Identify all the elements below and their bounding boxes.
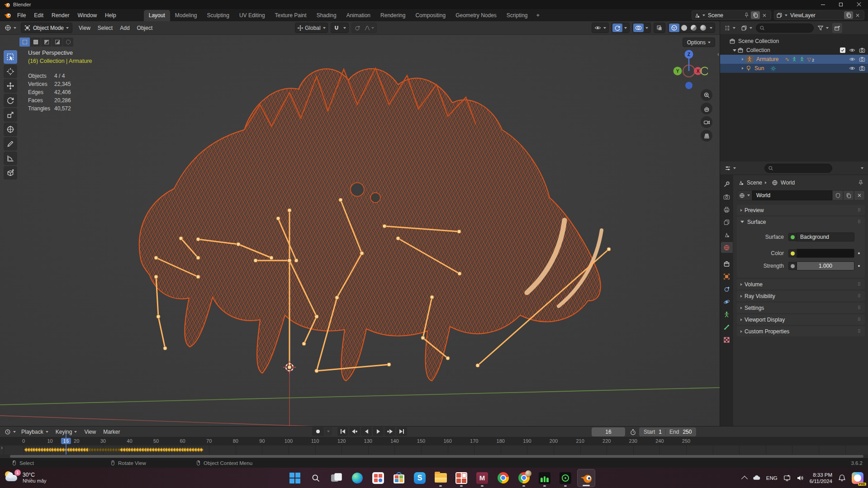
section-header-viewport-display[interactable]: Viewport Display⠿ [737, 314, 865, 325]
next-key-button[interactable] [384, 427, 395, 436]
language-indicator[interactable]: ENG [766, 475, 778, 481]
auto-keying-toggle[interactable] [312, 427, 324, 436]
breadcrumb-scene[interactable]: Scene [747, 180, 762, 186]
tab-modeling[interactable]: Modeling [170, 10, 202, 21]
search-taskbar-icon[interactable] [307, 469, 325, 487]
prev-key-button[interactable] [349, 427, 360, 436]
properties-tab-render[interactable] [721, 191, 733, 202]
strength-slider[interactable]: 1.000 [797, 261, 854, 270]
menu-window[interactable]: Window [73, 10, 101, 20]
orientation-dropdown[interactable]: Global [295, 23, 328, 33]
section-header-settings[interactable]: Settings⠿ [737, 303, 865, 313]
surface-value-button[interactable]: Background [797, 232, 854, 242]
sidebar-collapse-arrow[interactable]: ‹ [717, 51, 719, 57]
cursor-tool[interactable] [4, 65, 17, 78]
properties-editor-type-button[interactable] [723, 163, 738, 173]
snap-dropdown[interactable] [342, 24, 348, 32]
select-mode-extend[interactable] [30, 38, 41, 47]
hidden-icons-chevron[interactable] [741, 475, 748, 482]
green-people-app-taskbar-icon[interactable] [536, 469, 554, 487]
disclosure-triangle[interactable] [732, 49, 737, 52]
section-grip[interactable]: ⠿ [858, 282, 861, 287]
navigation-gizmo[interactable]: Z Y X [672, 45, 708, 96]
properties-tab-scene[interactable] [721, 229, 733, 240]
transform-tool[interactable] [4, 123, 17, 136]
properties-tab-object[interactable] [721, 271, 733, 282]
timeline-menu-view[interactable]: View [81, 427, 100, 436]
tab-compositing[interactable]: Compositing [410, 10, 451, 21]
select-box-tool[interactable] [4, 50, 17, 64]
edge-taskbar-icon[interactable] [348, 469, 366, 487]
clock[interactable]: 8:33 PM 6/11/2024 [810, 472, 832, 484]
camera-view-icon[interactable] [701, 116, 712, 128]
chrome-taskbar-icon[interactable] [494, 469, 512, 487]
section-grip[interactable]: ⠿ [858, 294, 861, 298]
viewlayer-selector[interactable]: ViewLayer [774, 10, 864, 20]
ortho-grid-icon[interactable] [701, 130, 712, 142]
store-taskbar-icon[interactable] [390, 469, 408, 487]
outliner-editor-type-button[interactable] [722, 23, 737, 33]
tiles-app-taskbar-icon[interactable] [452, 469, 470, 487]
tab-uv-editing[interactable]: UV Editing [234, 10, 270, 21]
world-name-field[interactable]: World [752, 190, 832, 200]
snipping-tool-taskbar-icon[interactable] [369, 469, 387, 487]
onedrive-icon[interactable] [753, 474, 760, 482]
show-object-types-dropdown[interactable] [593, 24, 608, 32]
timeline-menu-marker[interactable]: Marker [100, 427, 123, 436]
tab-shading[interactable]: Shading [312, 10, 342, 21]
timeline-ruler[interactable]: 0102030405060708090100110120130140150160… [0, 437, 868, 445]
outliner-row-scene-collection[interactable]: Scene Collection [720, 37, 868, 46]
copilot-icon[interactable]: PRE [852, 472, 863, 484]
camera-icon[interactable] [859, 47, 865, 53]
menu-render[interactable]: Render [47, 10, 73, 20]
shading-solid-button[interactable] [679, 24, 689, 32]
menu-help[interactable]: Help [101, 10, 120, 20]
m-app-taskbar-icon[interactable]: M [473, 469, 491, 487]
tab-rendering[interactable]: Rendering [375, 10, 410, 21]
tab-geometry-nodes[interactable]: Geometry Nodes [451, 10, 502, 21]
eye-icon[interactable] [849, 65, 855, 71]
task-view-taskbar-icon[interactable] [327, 469, 346, 487]
properties-tab-view-layer[interactable] [721, 217, 733, 227]
outliner-search-input[interactable] [756, 24, 814, 33]
zoom-icon[interactable] [701, 89, 712, 101]
properties-tab-tool[interactable] [721, 179, 733, 190]
playhead-line[interactable] [66, 434, 66, 455]
properties-tab-world[interactable] [721, 242, 733, 253]
boar-wireframe[interactable] [139, 68, 602, 381]
end-frame-field[interactable]: 250 [683, 429, 692, 435]
section-grip[interactable]: ⠿ [858, 208, 861, 213]
delete-viewlayer-button[interactable] [853, 11, 862, 19]
maximize-button[interactable] [832, 0, 850, 9]
disclosure-triangle[interactable] [740, 58, 745, 61]
timeline-expand-arrow[interactable]: › [1, 445, 3, 451]
pin-icon[interactable] [742, 11, 751, 19]
new-viewlayer-button[interactable] [844, 11, 853, 19]
network-icon[interactable] [783, 474, 791, 482]
play-back-button[interactable] [361, 427, 372, 436]
section-header-volume[interactable]: Volume⠿ [737, 279, 865, 289]
properties-search-input[interactable] [764, 164, 832, 173]
notifications-bell-icon[interactable] [838, 474, 846, 482]
tab-animation[interactable]: Animation [342, 10, 375, 21]
select-mode-invert[interactable] [52, 38, 62, 47]
blender-menu-icon[interactable] [4, 11, 11, 19]
color-swatch-field[interactable] [797, 249, 854, 258]
properties-tab-texture[interactable] [721, 334, 733, 345]
outliner-filter-button[interactable] [816, 23, 830, 33]
tab-sculpting[interactable]: Sculpting [202, 10, 234, 21]
snap-toggle[interactable] [332, 24, 342, 32]
fake-user-shield-button[interactable] [832, 190, 843, 200]
editor-type-button[interactable] [3, 23, 18, 33]
viewport-menu-view[interactable]: View [75, 23, 94, 33]
current-frame-field[interactable]: 16 [592, 427, 625, 436]
start-frame-field[interactable]: 1 [659, 429, 662, 435]
camera-icon[interactable] [859, 56, 865, 62]
checkbox-icon[interactable] [840, 47, 845, 53]
measure-tool[interactable] [4, 152, 17, 165]
properties-tab-constraints[interactable] [721, 284, 733, 294]
section-header-preview[interactable]: Preview⠿ [737, 205, 865, 215]
mode-dropdown[interactable]: Object Mode [21, 23, 72, 33]
camera-icon[interactable] [859, 65, 865, 71]
viewport-menu-select[interactable]: Select [94, 23, 116, 33]
